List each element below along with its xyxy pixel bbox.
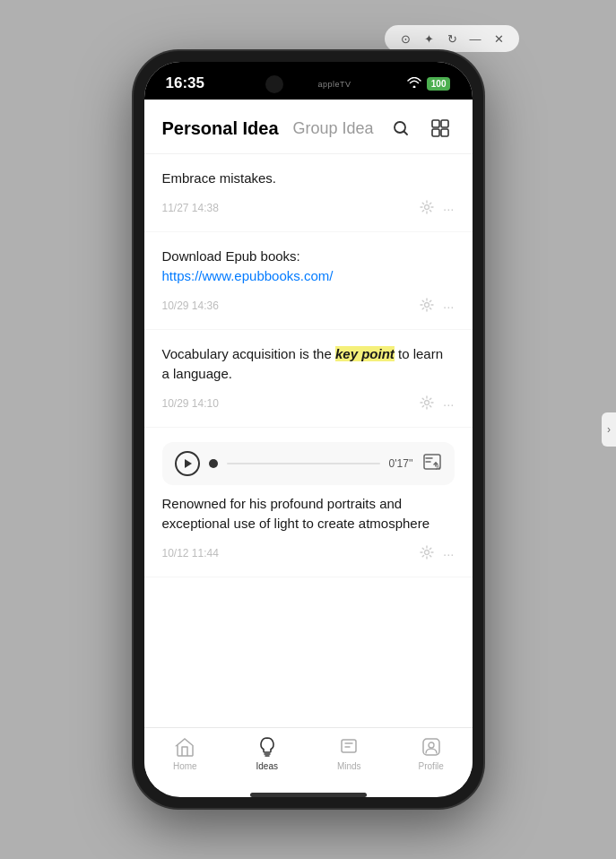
audio-dot bbox=[209, 459, 218, 468]
island-camera bbox=[265, 75, 283, 93]
audio-player: 0'17'' A bbox=[162, 442, 455, 485]
tab-home-label: Home bbox=[173, 761, 197, 771]
tab-ideas[interactable]: Ideas bbox=[240, 735, 294, 771]
sidebar-arrow[interactable]: › bbox=[602, 412, 616, 447]
more-button-3[interactable]: ··· bbox=[443, 396, 455, 412]
more-button-2[interactable]: ··· bbox=[443, 299, 455, 314]
phone-screen: appleTV 16:35 100 P bbox=[144, 62, 473, 797]
tab-minds-label: Minds bbox=[337, 761, 361, 771]
star-icon: ✦ bbox=[421, 30, 437, 47]
svg-point-7 bbox=[424, 400, 429, 404]
svg-rect-1 bbox=[432, 120, 439, 127]
svg-point-13 bbox=[429, 742, 434, 748]
status-time: 16:35 bbox=[166, 74, 204, 92]
tab-bar: Home Ideas bbox=[144, 727, 473, 789]
sparkle-button-2[interactable] bbox=[420, 298, 434, 315]
idea-text-before-2: Download Epub books: bbox=[162, 248, 300, 264]
idea-actions-3: ··· bbox=[420, 395, 455, 412]
content-area: Embrace mistakes. 11/27 14:38 ··· bbox=[144, 154, 473, 727]
dynamic-island: appleTV bbox=[255, 69, 362, 100]
island-label: appleTV bbox=[317, 80, 351, 89]
idea-text-2: Download Epub books: https://www.epubboo… bbox=[162, 247, 455, 287]
idea-card-3: Vocabulary acquisition is the key point … bbox=[144, 330, 473, 428]
idea-card-1: Embrace mistakes. 11/27 14:38 ··· bbox=[144, 154, 473, 232]
tab-profile[interactable]: Profile bbox=[404, 735, 458, 771]
svg-rect-11 bbox=[342, 740, 356, 752]
idea-text-before-3: Vocabulary acquisition is the bbox=[162, 346, 335, 361]
search-button[interactable] bbox=[386, 114, 415, 143]
tab-profile-label: Profile bbox=[419, 761, 444, 771]
idea-meta-1: 11/27 14:38 ··· bbox=[162, 196, 455, 224]
sparkle-button-4[interactable] bbox=[420, 545, 434, 562]
idea-link-2[interactable]: https://www.epubbooks.com/ bbox=[162, 268, 334, 283]
more-button-1[interactable]: ··· bbox=[443, 201, 455, 216]
audio-duration: 0'17'' bbox=[389, 457, 413, 470]
idea-actions-2: ··· bbox=[420, 298, 455, 315]
circle-icon: ⊙ bbox=[397, 30, 413, 47]
idea-timestamp-2: 10/29 14:36 bbox=[162, 299, 219, 312]
idea-highlight-3: key point bbox=[335, 346, 395, 361]
status-right: 100 bbox=[407, 77, 451, 91]
sparkle-button-3[interactable] bbox=[420, 395, 434, 412]
transcribe-button[interactable]: A bbox=[422, 452, 442, 474]
idea-text-1: Embrace mistakes. bbox=[162, 169, 455, 189]
tab-group[interactable]: Group Idea bbox=[293, 119, 374, 138]
svg-point-5 bbox=[424, 204, 429, 209]
idea-meta-2: 10/29 14:36 ··· bbox=[162, 294, 455, 322]
svg-point-10 bbox=[424, 550, 429, 554]
idea-card-2: Download Epub books: https://www.epubboo… bbox=[144, 232, 473, 330]
svg-rect-3 bbox=[432, 129, 439, 136]
svg-text:A: A bbox=[436, 464, 440, 471]
battery-icon: 100 bbox=[427, 77, 451, 91]
minds-icon bbox=[337, 735, 360, 759]
tab-personal[interactable]: Personal Idea bbox=[162, 118, 279, 139]
minimize-button[interactable]: — bbox=[467, 30, 483, 47]
svg-point-6 bbox=[424, 302, 429, 307]
idea-actions-4: ··· bbox=[420, 545, 455, 562]
idea-timestamp-3: 10/29 14:10 bbox=[162, 397, 219, 410]
refresh-icon: ↻ bbox=[444, 30, 460, 47]
close-button[interactable]: ✕ bbox=[490, 30, 507, 47]
wifi-icon bbox=[407, 77, 421, 91]
svg-rect-4 bbox=[441, 129, 448, 136]
app-header: Personal Idea Group Idea bbox=[144, 100, 473, 154]
window-chrome: ⊙ ✦ ↻ — ✕ bbox=[385, 25, 519, 52]
header-tabs: Personal Idea Group Idea bbox=[162, 118, 374, 139]
home-indicator bbox=[250, 793, 367, 797]
idea-actions-1: ··· bbox=[420, 200, 455, 217]
idea-timestamp-1: 11/27 14:38 bbox=[162, 202, 219, 214]
layout-button[interactable] bbox=[426, 114, 455, 143]
idea-text-3: Vocabulary acquisition is the key point … bbox=[162, 344, 455, 385]
phone-frame: appleTV 16:35 100 P bbox=[134, 51, 483, 808]
tab-home[interactable]: Home bbox=[158, 735, 212, 771]
play-button[interactable] bbox=[175, 451, 200, 476]
play-triangle-icon bbox=[185, 459, 192, 468]
more-button-4[interactable]: ··· bbox=[443, 546, 455, 561]
idea-timestamp-4: 10/12 11:44 bbox=[162, 547, 219, 560]
sparkle-button-1[interactable] bbox=[420, 200, 434, 217]
idea-text-4: Renowned for his profound portraits and … bbox=[162, 494, 455, 534]
home-icon bbox=[173, 735, 196, 759]
idea-card-4: 0'17'' A Renowned for his profound portr… bbox=[144, 428, 473, 577]
tab-minds[interactable]: Minds bbox=[322, 735, 376, 771]
idea-meta-4: 10/12 11:44 ··· bbox=[162, 542, 455, 569]
idea-meta-3: 10/29 14:10 ··· bbox=[162, 392, 455, 420]
tab-ideas-label: Ideas bbox=[256, 761, 278, 771]
ideas-icon bbox=[256, 735, 279, 759]
profile-icon bbox=[420, 735, 443, 759]
svg-rect-2 bbox=[441, 120, 448, 127]
header-actions bbox=[386, 114, 455, 143]
audio-progress-bar[interactable] bbox=[227, 463, 380, 464]
